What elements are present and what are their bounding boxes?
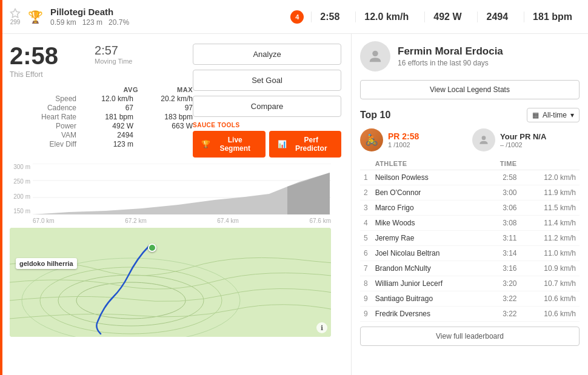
rank-cell: 6 xyxy=(360,246,372,261)
time-cell: 3:11 xyxy=(484,231,520,246)
pr-row: 🚴 PR 2:58 1 /1002 Your PR N/A xyxy=(360,128,580,151)
stat-avg: 12.0 km/h xyxy=(84,95,138,103)
stats-row: VAM 2494 xyxy=(10,131,193,139)
stat-label: Heart Rate xyxy=(10,113,84,121)
pr-left-card: 🚴 PR 2:58 1 /1002 xyxy=(360,128,467,151)
sauce-tools-row: 🏆 Live Segment 📊 Perf Predictor xyxy=(193,131,341,158)
header-time-value: 2:58 xyxy=(320,12,339,22)
pr-right-avatar-icon xyxy=(478,134,490,146)
star-count: 299 xyxy=(10,19,21,25)
map-area: geldoko hilherria ℹ xyxy=(10,228,331,337)
time-cell: 2:58 xyxy=(484,170,520,185)
table-row[interactable]: 7 Brandon McNulty 3:16 10.9 km/h xyxy=(360,261,580,276)
map-svg xyxy=(10,228,331,337)
segment-elevation: 123 m xyxy=(82,18,102,27)
pr-right-card: Your PR N/A – /1002 xyxy=(472,128,580,151)
athlete-name-cell: Jeremy Rae xyxy=(372,231,484,246)
time-cell: 3:08 xyxy=(484,216,520,231)
athlete-name-cell: William Junior Lecerf xyxy=(372,276,484,291)
rank-cell: 3 xyxy=(360,201,372,216)
x-label-672: 67.2 km xyxy=(125,217,147,224)
rank-cell: 8 xyxy=(360,276,372,291)
lb-header-row: Athlete Time xyxy=(360,158,580,170)
rank-cell: 9 xyxy=(360,291,372,307)
pr-right-rank: – /1002 xyxy=(500,141,546,148)
stats-rows-container: Speed 12.0 km/h 20.2 km/h Cadence 67 97 … xyxy=(10,95,193,148)
perf-predictor-button[interactable]: 📊 Perf Predictor xyxy=(269,131,342,158)
header-hr-value: 181 bpm xyxy=(533,12,572,22)
athlete-card: Fermin Moral Erdocia 16 efforts in the l… xyxy=(360,41,580,71)
athlete-name-cell: Marco Frigo xyxy=(372,201,484,216)
elevation-svg xyxy=(33,164,331,214)
pr-right-value: Your PR N/A xyxy=(500,132,546,141)
star-rating[interactable]: 299 xyxy=(10,8,21,25)
live-segment-button[interactable]: 🏆 Live Segment xyxy=(193,131,266,158)
rank-cell: 5 xyxy=(360,231,372,246)
athlete-efforts: 16 efforts in the last 90 days xyxy=(398,59,503,67)
time-cell: 3:16 xyxy=(484,261,520,276)
speed-cell: 10.6 km/h xyxy=(521,291,580,307)
header-power-stat: 492 W xyxy=(424,12,470,22)
y-label-300: 300 m xyxy=(13,164,30,170)
table-row[interactable]: 2 Ben O'Connor 3:00 11.9 km/h xyxy=(360,185,580,201)
stat-max: 183 bpm xyxy=(138,113,193,121)
time-cell: 3:20 xyxy=(484,276,520,291)
effort-time-row: 2:58 This Effort 2:57 Moving Time xyxy=(10,44,193,79)
rank-cell: 1 xyxy=(360,170,372,185)
moving-time-value: 2:57 xyxy=(95,44,132,58)
segment-title: Pillotegi Death xyxy=(50,7,129,17)
effort-label: This Effort xyxy=(10,70,58,79)
y-label-200: 200 m xyxy=(13,193,30,200)
avg-col-header: AVG xyxy=(84,86,138,93)
action-buttons-section: Analyze Set Goal Compare SAUCE TOOLS 🏆 L… xyxy=(193,44,341,158)
stats-row: Elev Diff 123 m xyxy=(10,140,193,148)
pr-left-value: PR 2:58 xyxy=(388,131,419,141)
speed-cell: 11.2 km/h xyxy=(521,231,580,246)
moving-time-block: 2:57 Moving Time xyxy=(95,44,132,65)
header-vam-stat: 2494 xyxy=(477,12,516,22)
stat-label: VAM xyxy=(10,131,84,139)
svg-point-13 xyxy=(482,136,486,140)
table-row[interactable]: 9 Santiago Buitrago 3:22 10.6 km/h xyxy=(360,291,580,307)
stat-avg: 2494 xyxy=(84,131,138,139)
speed-cell: 10.6 km/h xyxy=(521,307,580,322)
speed-cell: 11.9 km/h xyxy=(521,185,580,201)
compare-button[interactable]: Compare xyxy=(193,96,341,117)
rank-cell: 2 xyxy=(360,185,372,201)
filter-select[interactable]: ▦ All-time ▾ xyxy=(527,108,580,122)
col-speed xyxy=(521,158,580,170)
pr-left-rank: 1 /1002 xyxy=(388,141,419,148)
speed-cell: 11.4 km/h xyxy=(521,216,580,231)
stats-row: Cadence 67 97 xyxy=(10,104,193,112)
pr-left-avatar: 🚴 xyxy=(360,128,383,151)
map-info-icon[interactable]: ℹ xyxy=(316,322,327,333)
stat-label: Elev Diff xyxy=(10,140,84,148)
bar-chart-icon: ▦ xyxy=(532,111,539,119)
x-label-670: 67.0 km xyxy=(33,217,55,224)
pr-right-info: Your PR N/A – /1002 xyxy=(500,132,546,148)
orange-divider xyxy=(0,0,2,375)
stat-label: Cadence xyxy=(10,104,84,112)
x-label-674: 67.4 km xyxy=(217,217,239,224)
table-row[interactable]: 9 Fredrik Dversnes 3:22 10.6 km/h xyxy=(360,307,580,322)
analyze-button[interactable]: Analyze xyxy=(193,44,341,65)
time-cell: 3:22 xyxy=(484,307,520,322)
table-row[interactable]: 4 Mike Woods 3:08 11.4 km/h xyxy=(360,216,580,231)
table-row[interactable]: 3 Marco Frigo 3:06 11.5 km/h xyxy=(360,201,580,216)
table-row[interactable]: 1 Neilson Powless 2:58 12.0 km/h xyxy=(360,170,580,185)
stats-row: Power 492 W 663 W xyxy=(10,122,193,130)
perf-predictor-label: Perf Predictor xyxy=(290,136,333,153)
set-goal-button[interactable]: Set Goal xyxy=(193,70,341,91)
effort-stats-section: 2:58 This Effort 2:57 Moving Time AVG MA… xyxy=(10,44,193,158)
table-row[interactable]: 5 Jeremy Rae 3:11 11.2 km/h xyxy=(360,231,580,246)
y-label-250: 250 m xyxy=(13,178,30,185)
legend-stats-button[interactable]: View Local Legend Stats xyxy=(360,80,580,99)
table-row[interactable]: 8 William Junior Lecerf 3:20 10.7 km/h xyxy=(360,276,580,291)
stats-header-row: AVG MAX xyxy=(10,86,193,93)
col-rank xyxy=(360,158,372,170)
athlete-name-cell: Santiago Buitrago xyxy=(372,291,484,307)
view-full-leaderboard-button[interactable]: View full leaderboard xyxy=(360,327,580,346)
stat-max: 97 xyxy=(138,104,193,112)
map-start-marker xyxy=(148,244,156,252)
table-row[interactable]: 6 Joel Nicolau Beltran 3:14 11.0 km/h xyxy=(360,246,580,261)
